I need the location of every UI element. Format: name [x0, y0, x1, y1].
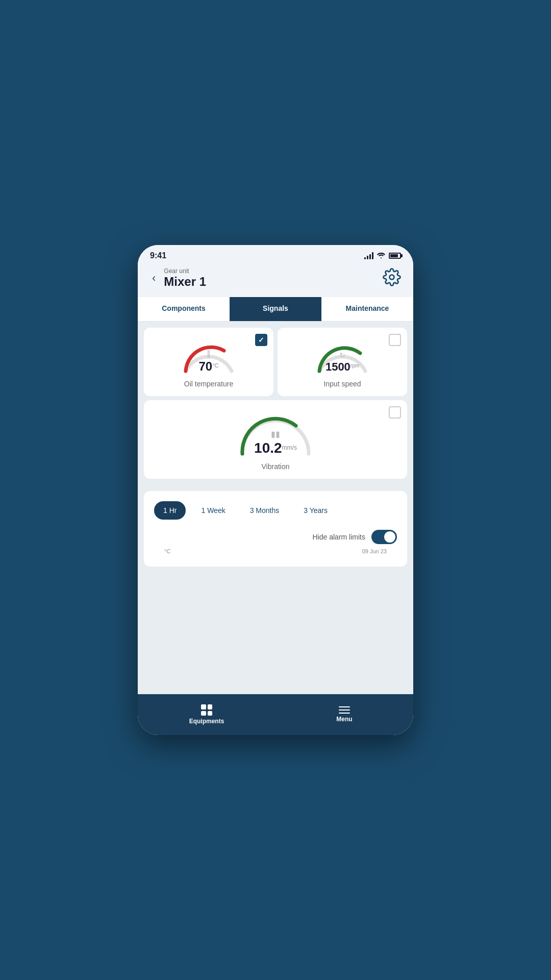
- signal-card-oil-temperature: ∥ 70°C Oil temperature: [144, 328, 273, 396]
- alarm-toggle-switch[interactable]: [371, 530, 397, 544]
- phone-frame: 9:41 ‹ Gear unit Mixer 1: [138, 245, 413, 735]
- time-btn-1week[interactable]: 1 Week: [192, 501, 234, 520]
- alarm-label: Hide alarm limits: [313, 533, 365, 541]
- settings-button[interactable]: [383, 268, 401, 288]
- battery-icon: [389, 253, 401, 259]
- input-speed-checkbox[interactable]: [389, 334, 401, 346]
- nav-equipments[interactable]: Equipments: [138, 694, 276, 735]
- signal-card-input-speed: ↻ 1500rpm Input speed: [278, 328, 407, 396]
- wifi-icon: [377, 252, 386, 260]
- tabs: Components Signals Maintenance: [138, 297, 413, 322]
- vibration-gauge: ▮▮ 10.2mm/s: [235, 410, 316, 456]
- svg-point-0: [390, 275, 394, 280]
- nav-menu[interactable]: Menu: [276, 694, 413, 735]
- status-icons: [364, 252, 401, 260]
- back-button[interactable]: ‹: [150, 270, 158, 287]
- tab-components[interactable]: Components: [138, 297, 230, 321]
- signal-card-vibration: ▮▮ 10.2mm/s Vibration: [144, 400, 407, 479]
- tab-signals[interactable]: Signals: [230, 297, 321, 321]
- tab-maintenance[interactable]: Maintenance: [321, 297, 413, 321]
- equipments-icon: [201, 704, 212, 716]
- time-selector-container: 1 Hr 1 Week 3 Months 3 Years Hide alarm …: [144, 491, 407, 567]
- alarm-toggle-row: Hide alarm limits: [154, 530, 397, 544]
- nav-equipments-label: Equipments: [189, 718, 224, 725]
- oil-temperature-checkbox[interactable]: [255, 334, 267, 346]
- time-btn-1hr[interactable]: 1 Hr: [154, 501, 186, 520]
- chart-hint: °C 09 Jun 23: [154, 544, 397, 558]
- input-speed-label: Input speed: [323, 380, 361, 388]
- y-axis-label: °C: [164, 548, 170, 554]
- header-title: Mixer 1: [164, 275, 206, 289]
- menu-icon: [339, 706, 350, 714]
- chart-date-label: 09 Jun 23: [362, 548, 387, 554]
- time-btn-3months[interactable]: 3 Months: [241, 501, 289, 520]
- status-bar: 9:41: [138, 245, 413, 263]
- header-subtitle: Gear unit: [164, 267, 206, 275]
- oil-temperature-gauge: ∥ 70°C: [178, 338, 239, 374]
- vibration-checkbox[interactable]: [389, 406, 401, 419]
- signal-bars-icon: [364, 252, 373, 259]
- header: ‹ Gear unit Mixer 1: [138, 263, 413, 297]
- main-content: ∥ 70°C Oil temperature ↻ 1500rpm: [138, 322, 413, 694]
- status-time: 9:41: [150, 251, 166, 260]
- signals-grid: ∥ 70°C Oil temperature ↻ 1500rpm: [138, 322, 413, 479]
- bottom-nav: Equipments Menu: [138, 694, 413, 735]
- time-buttons: 1 Hr 1 Week 3 Months 3 Years: [154, 501, 397, 520]
- vibration-label: Vibration: [261, 462, 289, 471]
- time-btn-3years[interactable]: 3 Years: [294, 501, 337, 520]
- nav-menu-label: Menu: [336, 716, 352, 723]
- input-speed-gauge: ↻ 1500rpm: [312, 338, 373, 374]
- oil-temperature-label: Oil temperature: [184, 380, 233, 388]
